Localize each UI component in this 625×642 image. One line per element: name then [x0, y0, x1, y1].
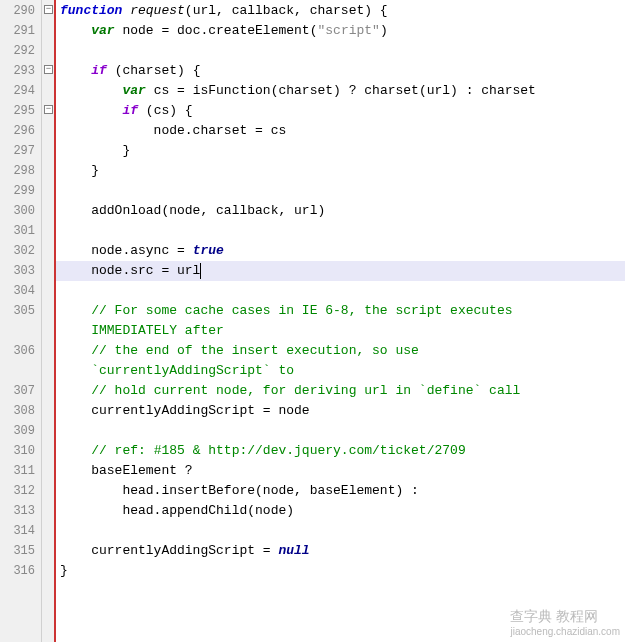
code-token: // ref: #185 & http://dev.jquery.com/tic…	[91, 443, 465, 458]
text-cursor	[200, 263, 201, 279]
code-token	[60, 383, 91, 398]
code-token: "script"	[317, 23, 379, 38]
code-token: (charset) {	[115, 63, 201, 78]
code-token: if	[122, 103, 145, 118]
code-token: // the end of the insert execution, so u…	[91, 343, 419, 358]
line-number	[0, 321, 41, 341]
code-token: IMMEDIATELY after	[91, 323, 224, 338]
code-line[interactable]	[56, 281, 625, 301]
code-line[interactable]: head.appendChild(node)	[56, 501, 625, 521]
line-number: 302	[0, 241, 41, 261]
code-line[interactable]: function request(url, callback, charset)…	[56, 1, 625, 21]
line-number: 315	[0, 541, 41, 561]
code-token: function	[60, 3, 130, 18]
line-number: 306	[0, 341, 41, 361]
code-line[interactable]: // the end of the insert execution, so u…	[56, 341, 625, 361]
code-line[interactable]: // For some cache cases in IE 6-8, the s…	[56, 301, 625, 321]
code-line[interactable]: if (charset) {	[56, 61, 625, 81]
line-number: 299	[0, 181, 41, 201]
code-token	[60, 363, 91, 378]
code-token: node.src = url	[60, 263, 200, 278]
line-number: 312	[0, 481, 41, 501]
code-token: baseElement ?	[60, 463, 193, 478]
fold-toggle-icon[interactable]	[44, 65, 53, 74]
code-line[interactable]: IMMEDIATELY after	[56, 321, 625, 341]
code-line[interactable]: node.charset = cs	[56, 121, 625, 141]
code-token: addOnload(node, callback, url)	[60, 203, 325, 218]
line-number: 305	[0, 301, 41, 321]
code-line[interactable]	[56, 521, 625, 541]
code-token: head.appendChild(node)	[60, 503, 294, 518]
code-line[interactable]: head.insertBefore(node, baseElement) :	[56, 481, 625, 501]
code-token: }	[60, 163, 99, 178]
line-number: 293	[0, 61, 41, 81]
fold-toggle-icon[interactable]	[44, 105, 53, 114]
code-line[interactable]: node.async = true	[56, 241, 625, 261]
code-line[interactable]	[56, 181, 625, 201]
code-token: var	[122, 83, 153, 98]
code-line[interactable]: if (cs) {	[56, 101, 625, 121]
line-number: 300	[0, 201, 41, 221]
code-line[interactable]	[56, 421, 625, 441]
line-number: 296	[0, 121, 41, 141]
line-number: 294	[0, 81, 41, 101]
line-number: 307	[0, 381, 41, 401]
watermark: 查字典 教程网 jiaocheng.chazidian.com	[510, 608, 620, 637]
code-token: null	[278, 543, 309, 558]
code-line[interactable]: node.src = url	[56, 261, 625, 281]
fold-column	[42, 0, 56, 642]
code-token: // hold current node, for deriving url i…	[91, 383, 520, 398]
code-token	[60, 103, 122, 118]
line-number: 298	[0, 161, 41, 181]
code-line[interactable]	[56, 41, 625, 61]
code-line[interactable]	[56, 221, 625, 241]
code-token	[60, 63, 91, 78]
line-number: 295	[0, 101, 41, 121]
line-number: 301	[0, 221, 41, 241]
code-token: node.async =	[60, 243, 193, 258]
code-area[interactable]: function request(url, callback, charset)…	[56, 0, 625, 642]
code-line[interactable]: }	[56, 141, 625, 161]
line-number	[0, 361, 41, 381]
code-line[interactable]: currentlyAddingScript = null	[56, 541, 625, 561]
line-number: 303	[0, 261, 41, 281]
code-line[interactable]: }	[56, 561, 625, 581]
code-token	[60, 443, 91, 458]
code-token: var	[91, 23, 122, 38]
code-token: }	[60, 563, 68, 578]
code-line[interactable]: // hold current node, for deriving url i…	[56, 381, 625, 401]
code-editor[interactable]: 2902912922932942952962972982993003013023…	[0, 0, 625, 642]
line-number-gutter: 2902912922932942952962972982993003013023…	[0, 0, 42, 642]
code-line[interactable]: var node = doc.createElement("script")	[56, 21, 625, 41]
fold-toggle-icon[interactable]	[44, 5, 53, 14]
code-line[interactable]: // ref: #185 & http://dev.jquery.com/tic…	[56, 441, 625, 461]
code-line[interactable]: addOnload(node, callback, url)	[56, 201, 625, 221]
line-number: 304	[0, 281, 41, 301]
code-line[interactable]: }	[56, 161, 625, 181]
code-line[interactable]: currentlyAddingScript = node	[56, 401, 625, 421]
code-token: (url, callback, charset) {	[185, 3, 388, 18]
code-line[interactable]: `currentlyAddingScript` to	[56, 361, 625, 381]
code-token: // For some cache cases in IE 6-8, the s…	[91, 303, 512, 318]
code-token	[60, 303, 91, 318]
code-token: if	[91, 63, 114, 78]
code-token	[60, 323, 91, 338]
line-number: 310	[0, 441, 41, 461]
code-token: node = doc.createElement(	[122, 23, 317, 38]
line-number: 308	[0, 401, 41, 421]
code-line[interactable]: var cs = isFunction(charset) ? charset(u…	[56, 81, 625, 101]
code-token: }	[60, 143, 130, 158]
watermark-url: jiaocheng.chazidian.com	[510, 626, 620, 637]
code-token: currentlyAddingScript = node	[60, 403, 310, 418]
code-token: currentlyAddingScript =	[60, 543, 278, 558]
code-token: (cs) {	[146, 103, 193, 118]
code-line[interactable]: baseElement ?	[56, 461, 625, 481]
line-number: 292	[0, 41, 41, 61]
code-token	[60, 343, 91, 358]
code-token	[60, 23, 91, 38]
code-token: )	[380, 23, 388, 38]
line-number: 311	[0, 461, 41, 481]
line-number: 297	[0, 141, 41, 161]
line-number: 313	[0, 501, 41, 521]
line-number: 314	[0, 521, 41, 541]
